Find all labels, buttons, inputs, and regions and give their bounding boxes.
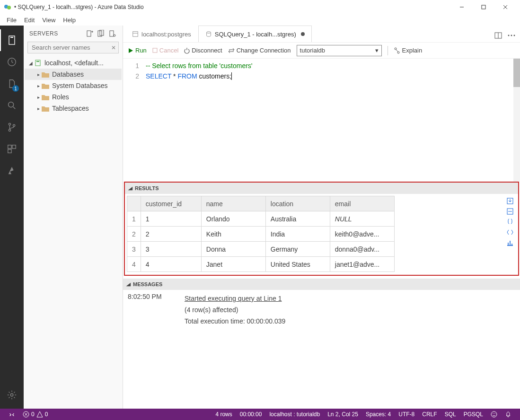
- remote-icon: [9, 411, 15, 418]
- messages-header[interactable]: ◢ MESSAGES: [123, 279, 520, 290]
- row-number-header[interactable]: [127, 196, 141, 211]
- error-icon: [23, 411, 29, 418]
- code-keyword: SELECT: [146, 72, 171, 80]
- cell[interactable]: Keith: [201, 227, 265, 242]
- status-encoding[interactable]: UTF-8: [395, 411, 418, 418]
- more-actions-button[interactable]: [505, 29, 518, 42]
- activity-source-control[interactable]: [0, 116, 24, 138]
- row-number: 4: [127, 257, 141, 272]
- explain-button[interactable]: Explain: [394, 47, 423, 54]
- table-row[interactable]: 2 2 Keith India keith0@adve...: [127, 227, 395, 242]
- status-notifications[interactable]: [501, 411, 515, 418]
- server-node[interactable]: ◢ localhost, <default...: [25, 57, 122, 69]
- cell[interactable]: 2: [141, 227, 201, 242]
- status-rows[interactable]: 4 rows: [212, 411, 236, 418]
- sidebar-search: ✕: [27, 42, 119, 53]
- save-json-icon[interactable]: [506, 218, 514, 226]
- activity-extensions[interactable]: [0, 138, 24, 160]
- status-connection[interactable]: localhost : tutorialdb: [265, 411, 324, 418]
- cursor-icon: [231, 72, 232, 80]
- split-editor-button[interactable]: [492, 29, 505, 42]
- clear-search-icon[interactable]: ✕: [111, 44, 116, 51]
- minimize-button[interactable]: [451, 0, 473, 14]
- activity-explorer[interactable]: 1: [0, 73, 24, 95]
- run-button[interactable]: Run: [128, 47, 147, 54]
- tab-connection[interactable]: localhost:postgres: [125, 26, 198, 42]
- server-tree: ◢ localhost, <default... ▸ Databases ▸ S…: [24, 56, 123, 115]
- status-position[interactable]: Ln 2, Col 25: [324, 411, 362, 418]
- tree-databases[interactable]: ▸ Databases: [25, 69, 122, 80]
- activity-settings[interactable]: [0, 384, 24, 406]
- close-button[interactable]: [494, 0, 516, 14]
- column-header[interactable]: customer_id: [141, 196, 201, 211]
- status-eol[interactable]: CRLF: [418, 411, 441, 418]
- change-connection-button[interactable]: Change Connection: [228, 47, 291, 54]
- cell[interactable]: Orlando: [201, 211, 265, 227]
- tree-system-databases[interactable]: ▸ System Databases: [25, 80, 122, 91]
- error-count: 0: [31, 411, 35, 418]
- tree-roles[interactable]: ▸ Roles: [25, 91, 122, 103]
- status-extension[interactable]: PGSQL: [460, 411, 487, 418]
- activity-servers[interactable]: [0, 29, 24, 51]
- cell[interactable]: 3: [141, 242, 201, 257]
- svg-point-12: [9, 129, 10, 131]
- save-excel-icon[interactable]: [506, 207, 514, 216]
- save-xml-icon[interactable]: [506, 228, 514, 236]
- editor-content[interactable]: -- Select rows from table 'customers' SE…: [146, 59, 520, 182]
- code-editor[interactable]: 1 2 -- Select rows from table 'customers…: [123, 59, 520, 182]
- column-header[interactable]: email: [330, 196, 394, 211]
- activity-search[interactable]: [0, 95, 24, 116]
- server-settings-icon[interactable]: [107, 29, 117, 38]
- cell[interactable]: India: [265, 227, 330, 242]
- search-input[interactable]: [27, 42, 119, 53]
- status-remote[interactable]: [5, 411, 19, 418]
- results-header[interactable]: ◢ RESULTS: [125, 183, 518, 194]
- activity-history[interactable]: [0, 51, 24, 73]
- messages-title: MESSAGES: [133, 281, 162, 287]
- status-time[interactable]: 00:00:00: [236, 411, 266, 418]
- column-header[interactable]: location: [265, 196, 330, 211]
- save-csv-icon[interactable]: [506, 197, 514, 205]
- table-row[interactable]: 1 1 Orlando Australia NULL: [127, 211, 395, 227]
- cell[interactable]: keith0@adve...: [330, 227, 394, 242]
- activity-azure[interactable]: [0, 160, 24, 182]
- toolbar-divider: [388, 46, 388, 55]
- table-row[interactable]: 3 3 Donna Germany donna0@adv...: [127, 242, 395, 257]
- column-header[interactable]: name: [201, 196, 265, 211]
- status-spaces[interactable]: Spaces: 4: [362, 411, 395, 418]
- menu-view[interactable]: View: [38, 16, 59, 25]
- messages-body: 8:02:50 PM Started executing query at Li…: [123, 290, 520, 332]
- results-title: RESULTS: [135, 185, 159, 191]
- tab-query[interactable]: SQLQuery_1 - localh...stgres): [198, 26, 312, 42]
- menu-file[interactable]: File: [3, 16, 20, 25]
- status-problems[interactable]: 0 0: [19, 411, 52, 418]
- cell[interactable]: United States: [265, 257, 330, 272]
- cell[interactable]: Germany: [265, 242, 330, 257]
- svg-point-17: [10, 394, 13, 396]
- cell[interactable]: Donna: [201, 242, 265, 257]
- menu-edit[interactable]: Edit: [20, 16, 38, 25]
- cell[interactable]: 1: [141, 211, 201, 227]
- message-line[interactable]: Started executing query at Line 1: [185, 293, 285, 304]
- disconnect-button[interactable]: Disconnect: [184, 47, 222, 54]
- cell[interactable]: donna0@adv...: [330, 242, 394, 257]
- new-connection-icon[interactable]: [85, 29, 94, 38]
- cell[interactable]: janet1@adve...: [330, 257, 394, 272]
- cancel-button[interactable]: Cancel: [152, 47, 178, 54]
- cell[interactable]: Janet: [201, 257, 265, 272]
- cell[interactable]: 4: [141, 257, 201, 272]
- cell-null[interactable]: NULL: [330, 211, 394, 227]
- status-feedback[interactable]: [487, 411, 501, 418]
- chart-icon[interactable]: [506, 238, 514, 247]
- editor-gutter: 1 2: [123, 59, 146, 182]
- tree-tablespaces[interactable]: ▸ Tablespaces: [25, 103, 122, 114]
- status-language[interactable]: SQL: [441, 411, 460, 418]
- dirty-indicator-icon: [301, 32, 305, 36]
- database-select[interactable]: tutorialdb ▾: [297, 45, 382, 56]
- maximize-button[interactable]: [473, 0, 494, 14]
- scrollbar-thumb[interactable]: [513, 59, 520, 87]
- menu-help[interactable]: Help: [59, 16, 79, 25]
- table-row[interactable]: 4 4 Janet United States janet1@adve...: [127, 257, 395, 272]
- cell[interactable]: Australia: [265, 211, 330, 227]
- new-group-icon[interactable]: [96, 29, 106, 38]
